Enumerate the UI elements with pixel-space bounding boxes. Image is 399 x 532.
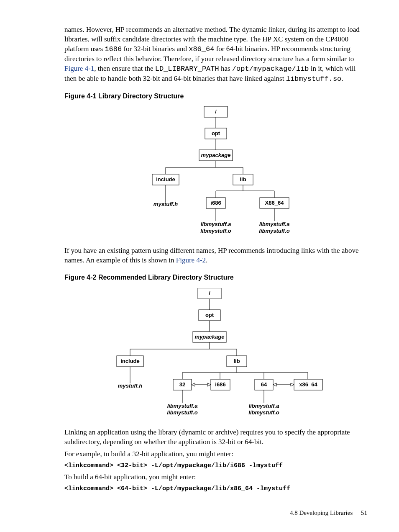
svg-text:mypackage: mypackage [201,152,231,158]
command-64bit: <linkcommand> <64-bit> -L/opt/mypackage/… [64,485,367,493]
code-inline: /opt/mypackage/lib [232,65,309,73]
svg-text:include: include [120,358,140,364]
svg-text:lib: lib [233,358,240,364]
svg-text:include: include [156,176,175,182]
paragraph-1: names. However, HP recommends an alterna… [64,25,367,84]
paragraph-3: Linking an application using the library… [64,428,367,447]
svg-text:libmystuff.a: libmystuff.a [259,221,290,227]
text: If you have an existing pattern using di… [64,247,358,264]
svg-text:mystuff.h: mystuff.h [153,201,178,207]
code-inline: libmystuff.so [286,75,342,83]
svg-text:x86_64: x86_64 [299,381,317,388]
paragraph-4: For example, to build a 32-bit applicati… [64,450,367,459]
text: for 32-bit binaries and [122,45,189,53]
svg-text:32: 32 [179,381,185,388]
figure-4-2-title: Figure 4-2 Recommended Library Directory… [64,273,367,282]
svg-text:opt: opt [205,312,214,318]
page: names. However, HP recommends an alterna… [0,0,399,532]
page-footer: 4.8 Developing Libraries 51 [290,509,367,517]
svg-text:/: / [209,290,210,296]
svg-marker-52 [291,383,294,386]
paragraph-2: If you have an existing pattern using di… [64,246,367,265]
figure-4-1-title: Figure 4-1 Library Directory Structure [64,92,367,101]
svg-text:/: / [215,108,217,115]
figure-4-2-diagram: / opt mypackage include lib mystuff.h 32… [64,288,367,418]
text: . [341,75,343,82]
code-inline: x86_64 [189,45,214,53]
svg-text:lib: lib [240,176,246,182]
text: has [219,64,232,72]
svg-text:libmystuff.a: libmystuff.a [167,403,198,409]
command-32bit: <linkcommand> <32-bit> -L/opt/mypackage/… [64,462,367,470]
svg-text:libmystuff.o: libmystuff.o [200,228,231,234]
figure-4-1-link[interactable]: Figure 4-1 [64,64,94,72]
text: , then ensure that the [94,64,155,72]
text: . [206,256,207,264]
code-inline: LD_LIBRARY_PATH [155,65,219,73]
svg-text:64: 64 [261,381,267,388]
svg-marker-51 [273,383,276,386]
code-inline: i686 [105,45,122,53]
svg-marker-48 [192,383,195,386]
svg-text:libmystuff.o: libmystuff.o [248,409,279,416]
svg-text:X86_64: X86_64 [265,200,284,206]
figure-4-1-diagram: / opt mypackage include lib mystuff.h i6… [64,106,367,236]
svg-text:mypackage: mypackage [195,334,225,340]
paragraph-5: To build a 64-bit application, you might… [64,473,367,482]
footer-page-number: 51 [361,509,367,516]
svg-text:libmystuff.a: libmystuff.a [201,221,231,227]
svg-marker-49 [207,383,211,386]
figure-4-2-link[interactable]: Figure 4-2 [176,256,206,264]
svg-text:libmystuff.o: libmystuff.o [259,228,289,234]
svg-text:i686: i686 [210,200,221,206]
svg-text:libmystuff.o: libmystuff.o [167,409,197,416]
svg-text:libmystuff.a: libmystuff.a [249,403,279,409]
svg-text:mystuff.h: mystuff.h [118,383,142,389]
svg-text:i686: i686 [215,381,225,388]
svg-text:opt: opt [212,130,220,136]
footer-section: 4.8 Developing Libraries [290,509,353,516]
